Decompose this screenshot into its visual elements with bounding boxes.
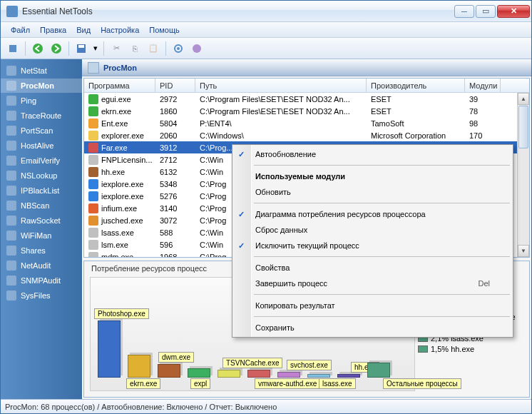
menu-label: Обновить	[255, 188, 291, 196]
nav-label: SysFiles	[21, 291, 51, 300]
column-header[interactable]: Программа	[84, 79, 155, 92]
column-header[interactable]: PID	[155, 79, 195, 92]
menu-label: Автообновление	[255, 150, 316, 158]
scroll-thumb[interactable]	[518, 106, 528, 148]
bar-label: dwm.exe	[158, 352, 194, 363]
svg-point-7	[193, 44, 201, 53]
save-dropdown[interactable]: ▾	[92, 41, 99, 56]
column-header[interactable]: Модули	[465, 79, 501, 92]
menu-item[interactable]: Копировать результат	[234, 298, 511, 313]
cell-prog: jusched.exe	[84, 216, 155, 226]
cell-prog: Ent.exe	[84, 118, 155, 128]
menu-item[interactable]: Свойства	[234, 260, 511, 276]
nav-icon	[6, 126, 16, 136]
minimize-button[interactable]: ─	[454, 5, 474, 18]
file-icon	[88, 191, 98, 201]
menu-item[interactable]: Сброс данных	[234, 222, 511, 238]
sidebar-item-snmpaudit[interactable]: SNMPAudit	[1, 273, 82, 288]
gear-button[interactable]	[170, 41, 186, 56]
menu-edit[interactable]: Правка	[36, 24, 71, 36]
table-row[interactable]: ekrn.exe1860C:\Program Files\ESET\ESET N…	[84, 105, 529, 117]
sidebar-item-traceroute[interactable]: TraceRoute	[1, 108, 82, 123]
sidebar-item-ipblacklist[interactable]: IPBlackList	[1, 183, 82, 198]
column-header[interactable]: Производитель	[367, 79, 465, 92]
grid-scrollbar[interactable]: ▲ ▼	[517, 93, 529, 257]
sidebar-item-hostalive[interactable]: HostAlive	[1, 138, 82, 153]
nav-icon	[6, 201, 16, 211]
cell-prog: explorer.exe	[84, 131, 155, 141]
table-row[interactable]: egui.exe2972C:\Program Files\ESET\ESET N…	[84, 93, 529, 105]
menu-settings[interactable]: Настройка	[96, 24, 143, 36]
cell-pid: 2060	[155, 131, 195, 140]
menu-view[interactable]: Вид	[72, 24, 95, 36]
menu-item[interactable]: ✓Исключить текущий процесс	[234, 238, 511, 253]
menu-item[interactable]: Используемые модули	[234, 168, 511, 184]
copy-button[interactable]: ⎘	[127, 41, 143, 56]
sidebar-item-portscan[interactable]: PortScan	[1, 123, 82, 138]
menu-label: Завершить процесс	[255, 279, 327, 288]
cell-mod: 78	[465, 107, 501, 116]
close-button[interactable]: ✕	[497, 5, 530, 18]
cell-mod: 98	[465, 119, 501, 128]
bar-label: expl	[190, 378, 210, 389]
sidebar-item-wifiman[interactable]: WiFiMan	[1, 228, 82, 243]
save-button[interactable]	[73, 41, 89, 56]
sidebar-item-sysfiles[interactable]: SysFiles	[1, 288, 82, 303]
chart-bar	[307, 374, 330, 378]
cut-button[interactable]: ✂	[108, 41, 124, 56]
table-row[interactable]: explorer.exe2060C:\Windows\Microsoft Cor…	[84, 129, 529, 141]
table-row[interactable]: Ent.exe5804P:\ENT4\TamoSoft98	[84, 117, 529, 129]
menu-item[interactable]: Завершить процессDel	[234, 276, 511, 291]
forward-button[interactable]	[48, 41, 64, 56]
menu-help[interactable]: Помощь	[145, 24, 184, 36]
sidebar-item-shares[interactable]: Shares	[1, 243, 82, 258]
svg-rect-4	[78, 45, 84, 48]
cell-pid: 3072	[155, 216, 195, 225]
maximize-button[interactable]: ▭	[476, 5, 496, 18]
nav-icon	[6, 246, 16, 256]
chart-bar	[98, 320, 121, 378]
menu-item[interactable]: ✓Диаграмма потребления ресурсов процессо…	[234, 206, 511, 222]
scroll-up-button[interactable]: ▲	[518, 93, 529, 105]
sidebar-item-nbscan[interactable]: NBScan	[1, 198, 82, 213]
menu-item[interactable]: Сохранить	[234, 320, 511, 335]
cell-path: C:\Windows\	[195, 131, 367, 140]
file-icon	[88, 143, 98, 153]
sidebar-item-nslookup[interactable]: NSLookup	[1, 168, 82, 183]
nav-icon	[6, 261, 16, 271]
titlebar[interactable]: Essential NetTools ─ ▭ ✕	[1, 1, 531, 22]
bar-label: Photoshop.exe	[94, 308, 149, 319]
check-icon: ✓	[238, 210, 245, 219]
sidebar-item-ping[interactable]: Ping	[1, 94, 82, 108]
nav-icon	[6, 276, 16, 286]
sidebar-item-rawsocket[interactable]: RawSocket	[1, 213, 82, 228]
cell-mod: 39	[465, 95, 501, 104]
nav-label: Shares	[21, 246, 46, 255]
help-button[interactable]	[189, 41, 205, 56]
column-header[interactable]: Путь	[195, 79, 367, 92]
home-button[interactable]	[5, 41, 21, 56]
menu-separator	[254, 294, 510, 295]
back-button[interactable]	[30, 41, 46, 56]
sidebar-item-procmon[interactable]: ProcMon	[1, 79, 82, 93]
file-icon	[88, 131, 98, 141]
menu-item[interactable]: Обновить	[234, 184, 511, 200]
nav-icon	[6, 66, 16, 76]
scroll-down-button[interactable]: ▼	[518, 245, 529, 257]
sidebar-item-emailverify[interactable]: EmailVerify	[1, 153, 82, 168]
menu-label: Копировать результат	[255, 301, 335, 310]
file-icon	[88, 203, 98, 213]
cell-prog: Far.exe	[84, 143, 155, 153]
sidebar-item-netaudit[interactable]: NetAudit	[1, 258, 82, 273]
paste-button[interactable]: 📋	[145, 41, 161, 56]
svg-point-1	[33, 44, 43, 54]
nav-icon	[6, 81, 16, 91]
sidebar-item-netstat[interactable]: NetStat	[1, 64, 82, 78]
menu-item[interactable]: ✓Автообновление	[234, 146, 511, 162]
menu-separator	[254, 165, 510, 166]
nav-icon	[6, 111, 16, 121]
menu-separator	[254, 203, 510, 203]
svg-rect-0	[9, 45, 16, 52]
file-icon	[88, 252, 98, 258]
menu-file[interactable]: Файл	[6, 24, 34, 36]
